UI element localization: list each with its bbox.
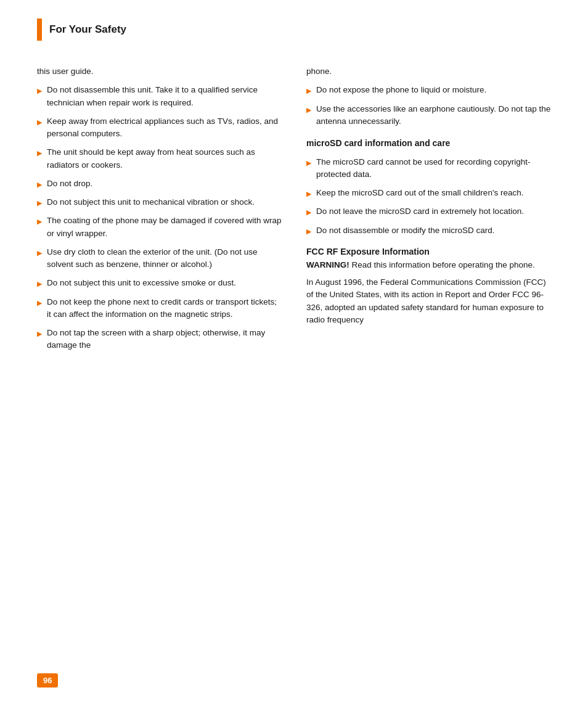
list-item: ▶ Keep away from electrical appliances s… <box>37 115 282 141</box>
right-intro-text: phone. <box>306 65 551 78</box>
bullet-arrow-icon: ▶ <box>37 117 42 128</box>
list-item: ▶ Do not expose the phone to liquid or m… <box>306 84 551 96</box>
microsd-section: microSD card information and care ▶ The … <box>306 138 551 237</box>
left-intro-text: this user guide. <box>37 65 282 78</box>
page-number: 96 <box>37 673 58 688</box>
bullet-arrow-icon: ▶ <box>37 198 42 208</box>
list-item-text: The microSD card cannot be used for reco… <box>316 156 551 181</box>
bullet-arrow-icon: ▶ <box>306 105 311 115</box>
left-column: this user guide. ▶ Do not disassemble th… <box>37 65 282 358</box>
list-item: ▶ Keep the microSD card out of the small… <box>306 187 551 199</box>
list-item-text: The coating of the phone may be damaged … <box>47 215 282 240</box>
microsd-bullet-list: ▶ The microSD card cannot be used for re… <box>306 156 551 237</box>
list-item-text: Keep away from electrical appliances suc… <box>47 115 282 141</box>
list-item-text: Keep the microSD card out of the small c… <box>316 187 524 199</box>
fcc-title: FCC RF Exposure Information <box>306 247 551 257</box>
two-column-layout: this user guide. ▶ Do not disassemble th… <box>37 65 551 358</box>
fcc-warning-bold: WARNING! <box>306 260 349 269</box>
page-title: For Your Safety <box>49 23 126 36</box>
list-item-text: Do not disassemble this unit. Take it to… <box>47 84 282 109</box>
bullet-arrow-icon: ▶ <box>306 207 311 218</box>
list-item: ▶ Use the accessories like an earphone c… <box>306 103 551 128</box>
right-column: phone. ▶ Do not expose the phone to liqu… <box>306 65 551 358</box>
bullet-arrow-icon: ▶ <box>306 189 311 199</box>
list-item-text: Use the accessories like an earphone cau… <box>316 103 551 128</box>
list-item: ▶ Do not keep the phone next to credit c… <box>37 296 282 321</box>
bullet-arrow-icon: ▶ <box>306 226 311 237</box>
header: For Your Safety <box>37 18 551 41</box>
orange-bar-decoration <box>37 18 42 41</box>
list-item-text: Do not subject this unit to excessive sm… <box>47 277 236 289</box>
bullet-arrow-icon: ▶ <box>37 248 42 258</box>
fcc-body-text: In August 1996, the Federal Communicatio… <box>306 276 551 326</box>
list-item: ▶ Do not disassemble this unit. Take it … <box>37 84 282 109</box>
list-item-text: Do not subject this unit to mechanical v… <box>47 196 255 208</box>
list-item: ▶ Do not subject this unit to excessive … <box>37 277 282 289</box>
list-item-text: Do not leave the microSD card in extreme… <box>316 205 524 218</box>
bullet-arrow-icon: ▶ <box>37 329 42 339</box>
list-item: ▶ Do not disassemble or modify the micro… <box>306 224 551 237</box>
bullet-arrow-icon: ▶ <box>37 216 42 227</box>
list-item: ▶ Do not tap the screen with a sharp obj… <box>37 327 282 352</box>
list-item-text: The unit should be kept away from heat s… <box>47 146 282 171</box>
bullet-arrow-icon: ▶ <box>37 86 42 96</box>
list-item: ▶ Do not drop. <box>37 178 282 190</box>
list-item: ▶ The unit should be kept away from heat… <box>37 146 282 171</box>
bullet-arrow-icon: ▶ <box>306 158 311 168</box>
right-bullet-list: ▶ Do not expose the phone to liquid or m… <box>306 84 551 128</box>
bullet-arrow-icon: ▶ <box>37 179 42 190</box>
fcc-warning-text: Read this information before operating t… <box>349 260 535 269</box>
list-item-text: Do not tap the screen with a sharp objec… <box>47 327 282 352</box>
bullet-arrow-icon: ▶ <box>37 279 42 289</box>
list-item: ▶ Use dry cloth to clean the exterior of… <box>37 246 282 271</box>
page-container: For Your Safety this user guide. ▶ Do no… <box>0 0 588 706</box>
left-bullet-list: ▶ Do not disassemble this unit. Take it … <box>37 84 282 351</box>
bullet-arrow-icon: ▶ <box>306 86 311 96</box>
microsd-heading: microSD card information and care <box>306 138 551 150</box>
list-item: ▶ Do not subject this unit to mechanical… <box>37 196 282 208</box>
list-item-text: Use dry cloth to clean the exterior of t… <box>47 246 282 271</box>
fcc-section: FCC RF Exposure Information WARNING! Rea… <box>306 247 551 326</box>
fcc-warning: WARNING! Read this information before op… <box>306 259 551 271</box>
list-item: ▶ The coating of the phone may be damage… <box>37 215 282 240</box>
bullet-arrow-icon: ▶ <box>37 298 42 308</box>
list-item: ▶ The microSD card cannot be used for re… <box>306 156 551 181</box>
list-item-text: Do not disassemble or modify the microSD… <box>316 224 495 237</box>
list-item-text: Do not keep the phone next to credit car… <box>47 296 282 321</box>
list-item: ▶ Do not leave the microSD card in extre… <box>306 205 551 218</box>
bullet-arrow-icon: ▶ <box>37 148 42 158</box>
list-item-text: Do not expose the phone to liquid or moi… <box>316 84 486 96</box>
list-item-text: Do not drop. <box>47 178 92 190</box>
